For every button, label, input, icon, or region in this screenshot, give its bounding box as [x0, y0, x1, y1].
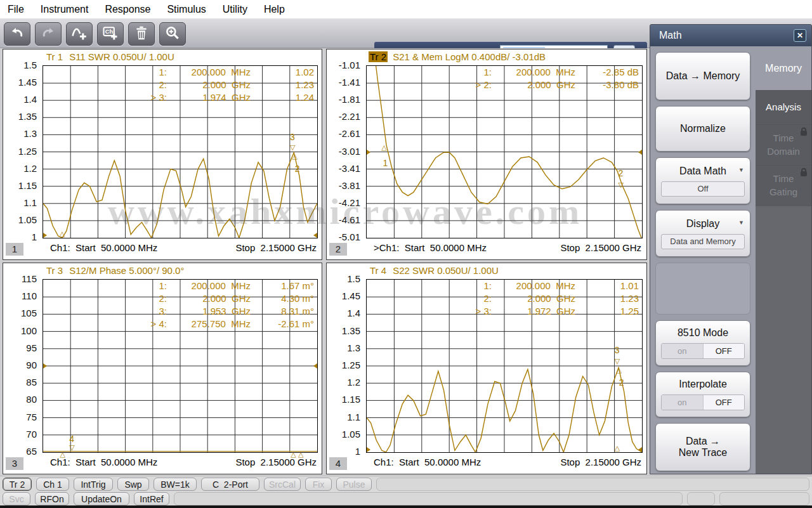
math-panel-buttons: Data → Memory Normalize Data Math ▼ Off …: [650, 46, 756, 474]
status-pulse: Pulse: [336, 478, 372, 491]
sweep-stop-label: Stop 2.15000 GHz: [235, 242, 317, 253]
delete-button[interactable]: [128, 22, 155, 46]
plot-s22-swr[interactable]: Tr 4S22 SWR 0.050U/ 1.00U 1.51.451.41.35…: [326, 263, 647, 474]
y-tick: 95: [3, 342, 40, 354]
redo-icon: [40, 25, 56, 44]
status-sweep[interactable]: Swp: [117, 478, 149, 491]
zoom-icon: [164, 25, 181, 44]
marker-row: 1:200.000 MHz-2.85 dB: [455, 67, 640, 79]
marker-row: 1:200.000 MHz1.67 m°: [130, 280, 315, 293]
trace-label[interactable]: Tr 4: [369, 265, 388, 276]
marker-row: 2:2.000 GHz4.30 m°: [130, 293, 315, 306]
menu-instrument[interactable]: Instrument: [32, 4, 97, 15]
tab-memory[interactable]: Memory: [756, 46, 811, 91]
interpolate-button[interactable]: Interpolate on OFF: [655, 372, 750, 417]
menu-help[interactable]: Help: [256, 4, 293, 15]
display-state[interactable]: Data and Memory: [661, 234, 745, 249]
status-rf[interactable]: RFOn: [35, 492, 69, 505]
status-trigger[interactable]: IntTrig: [74, 478, 113, 491]
trace-label[interactable]: Tr 2: [369, 51, 388, 62]
undo-icon: [9, 25, 25, 44]
zoom-button[interactable]: [159, 22, 186, 46]
marker-row: > 3:1.974 GHz1.24: [130, 92, 315, 105]
marker-row: 1:200.000 MHz1.02: [130, 67, 315, 79]
y-tick: 1: [3, 231, 40, 243]
mode-8510-button[interactable]: 8510 Mode on OFF: [655, 320, 750, 366]
data-to-memory-label: Data → Memory: [666, 70, 740, 82]
data-math-dropdown[interactable]: Data Math ▼ Off: [655, 157, 750, 204]
status-reference[interactable]: IntRef: [134, 492, 169, 505]
data-to-new-trace-button[interactable]: Data → New Trace: [655, 423, 750, 471]
interpolate-toggle[interactable]: on OFF: [661, 394, 745, 410]
data-to-memory-button[interactable]: Data → Memory: [655, 52, 750, 100]
tab-analysis[interactable]: Analysis: [756, 91, 811, 125]
sweep-start-label: Ch1: Start 50.0000 MHz: [50, 457, 157, 467]
y-tick: -2.21: [327, 111, 363, 122]
y-tick: -1.01: [327, 60, 363, 71]
plot-s11-swr[interactable]: Tr 1S11 SWR 0.050U/ 1.00U 1.51.451.41.35…: [3, 49, 322, 260]
display-dropdown[interactable]: Display ▼ Data and Memory: [655, 210, 750, 257]
mode-8510-label: 8510 Mode: [678, 327, 728, 339]
data-math-state[interactable]: Off: [661, 181, 745, 197]
status-update[interactable]: UpdateOn: [74, 492, 129, 505]
marker-row: 2:2.000 GHz1.23: [455, 293, 640, 306]
status-indicator-empty: [719, 492, 809, 505]
marker-readout: 1:200.000 MHz1.67 m°2:2.000 GHz4.30 m°3:…: [130, 280, 315, 331]
marker-row: > 4:275.750 MHz-2.61 m°: [130, 318, 315, 331]
status-bandwidth[interactable]: BW=1k: [154, 478, 197, 491]
menu-utility[interactable]: Utility: [214, 4, 256, 15]
trace-label[interactable]: Tr 1: [45, 51, 64, 62]
y-tick: 110: [3, 290, 40, 302]
y-tick: 1.1: [327, 412, 363, 423]
chevron-down-icon: ▼: [738, 167, 744, 173]
menu-file[interactable]: File: [0, 4, 32, 15]
add-trace-button[interactable]: [66, 22, 93, 46]
close-icon: ✕: [797, 31, 803, 40]
tab-label: Analysis: [766, 101, 801, 114]
marker-readout: 1:200.000 MHz-2.85 dB> 2:2.000 GHz-3.80 …: [455, 67, 640, 92]
add-channel-button[interactable]: Ch: [97, 22, 124, 46]
undo-button[interactable]: [4, 22, 30, 46]
mode-8510-toggle[interactable]: on OFF: [661, 343, 745, 359]
y-tick: -1.81: [327, 94, 363, 105]
tab-time-domain: Time Domain: [756, 125, 811, 166]
channel-badge: 3: [6, 457, 23, 470]
status-indicator-empty: [376, 478, 809, 491]
status-trace[interactable]: Tr 2: [3, 478, 32, 491]
menu-bar: File Instrument Response Stimulus Utilit…: [0, 0, 812, 19]
math-panel-title: Math: [659, 30, 682, 41]
status-fix: Fix: [305, 478, 332, 491]
sweep-stop-label: Stop 2.15000 GHz: [560, 457, 641, 467]
plot-s21-logm[interactable]: Tr 2S21 & Mem LogM 0.400dB/ -3.01dB -1.0…: [326, 49, 647, 260]
marker-row: > 3:1.972 GHz1.25: [455, 306, 640, 318]
channel-badge: 1: [6, 243, 23, 256]
y-tick: 1.05: [3, 214, 40, 226]
status-bar: Tr 2 Ch 1 IntTrig Swp BW=1k C 2-Port Src…: [0, 476, 812, 505]
tab-time-gating: Time Gating: [756, 166, 811, 206]
reference-level-arrow: [313, 363, 317, 368]
toggle-on-label: on: [662, 395, 703, 410]
lock-icon: [801, 171, 807, 176]
interpolate-label: Interpolate: [679, 379, 727, 390]
reference-level-arrow: [638, 447, 642, 452]
y-tick: 1.1: [3, 197, 40, 209]
menu-stimulus[interactable]: Stimulus: [159, 4, 214, 15]
y-tick: 75: [3, 412, 40, 423]
redo-button[interactable]: [35, 22, 62, 46]
normalize-button[interactable]: Normalize: [655, 106, 750, 152]
y-tick: 1.45: [327, 290, 363, 302]
status-indicator-empty: [174, 492, 683, 505]
y-tick: 1.35: [3, 111, 40, 122]
plot-s12-phase[interactable]: Tr 3S12/M Phase 5.000°/ 90.0° 1151101051…: [3, 263, 322, 474]
plot-footer: Ch1: Start 50.0000 MHzStop 2.15000 GHz: [366, 457, 643, 471]
trash-icon: [133, 25, 150, 44]
status-channel[interactable]: Ch 1: [36, 478, 69, 491]
plot-title: Tr 4S22 SWR 0.050U/ 1.00U: [369, 265, 499, 278]
close-button[interactable]: ✕: [794, 29, 806, 42]
data-new-trace-line2: New Trace: [679, 447, 727, 459]
y-tick: 1.15: [327, 394, 363, 405]
menu-response[interactable]: Response: [96, 4, 159, 15]
trace-label[interactable]: Tr 3: [45, 265, 64, 276]
status-cal[interactable]: C 2-Port: [201, 478, 259, 491]
empty-panel-slot: [655, 263, 750, 315]
